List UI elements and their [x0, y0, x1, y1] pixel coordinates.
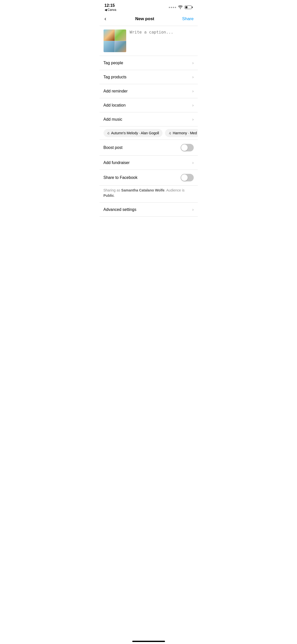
post-thumbnail: [104, 29, 126, 52]
music-chips-container: ♫ Autumn's Melody · Alan Gogoll ♫ Harmon…: [100, 126, 198, 140]
share-button[interactable]: Share: [182, 16, 193, 21]
signal-dot-2: [171, 7, 172, 8]
back-chevron-icon: ‹: [105, 16, 106, 22]
signal-dot-1: [169, 7, 170, 8]
wifi-icon: [178, 6, 183, 9]
signal-dot-3: [173, 7, 174, 8]
sharing-audience: Public: [104, 194, 114, 198]
status-bar-right: [169, 6, 193, 9]
add-fundraiser-chevron-icon: ›: [192, 160, 193, 165]
sharing-info-text: Sharing as Samantha Catalano Wolfe. Audi…: [104, 188, 185, 198]
nav-header: ‹ New post Share: [100, 13, 198, 26]
music-chip-harmony-text: Harmony · Med: [173, 131, 197, 135]
music-chip-harmony[interactable]: ♫ Harmony · Med: [165, 129, 197, 137]
tag-products-label: Tag products: [104, 75, 127, 79]
status-time: 12:15: [105, 3, 115, 8]
tag-people-chevron-icon: ›: [192, 61, 193, 65]
share-facebook-item: Share to Facebook: [100, 170, 198, 186]
add-music-item[interactable]: Add music ›: [100, 112, 198, 126]
signal-dot-4: [175, 7, 176, 8]
caption-input[interactable]: [130, 29, 194, 52]
music-note-icon-1: ♫: [107, 131, 110, 135]
sharing-username: Samantha Catalano Wolfe: [121, 188, 164, 192]
advanced-settings-label: Advanced settings: [104, 207, 137, 212]
signal-icon: [169, 7, 176, 8]
battery-icon: [185, 6, 193, 9]
share-facebook-label: Share to Facebook: [104, 175, 138, 180]
status-bar-left: 12:15 ◀ Canva: [105, 3, 116, 11]
advanced-settings-chevron-icon: ›: [192, 207, 193, 212]
page-title: New post: [135, 16, 154, 21]
boost-post-toggle[interactable]: [181, 144, 194, 151]
add-fundraiser-item[interactable]: Add fundraiser ›: [100, 156, 198, 170]
thumbnail-cell-3: [104, 41, 115, 52]
music-note-icon-2: ♫: [169, 131, 171, 135]
thumbnail-cell-4: [115, 41, 126, 52]
tag-products-chevron-icon: ›: [192, 75, 193, 79]
advanced-settings-item[interactable]: Advanced settings ›: [100, 203, 198, 217]
share-facebook-toggle[interactable]: [181, 174, 194, 181]
tag-people-item[interactable]: Tag people ›: [100, 56, 198, 70]
status-bar: 12:15 ◀ Canva: [100, 0, 198, 13]
tag-products-item[interactable]: Tag products ›: [100, 70, 198, 84]
boost-post-toggle-knob: [181, 144, 188, 151]
boost-post-label: Boost post: [104, 145, 123, 150]
thumbnail-cell-2: [115, 29, 126, 41]
music-chip-autumn[interactable]: ♫ Autumn's Melody · Alan Gogoll: [104, 129, 163, 137]
caption-section: [100, 26, 198, 56]
share-facebook-toggle-knob: [181, 174, 188, 181]
status-canva-back[interactable]: ◀ Canva: [105, 8, 116, 12]
add-reminder-label: Add reminder: [104, 89, 128, 93]
add-reminder-chevron-icon: ›: [192, 89, 193, 93]
add-music-chevron-icon: ›: [192, 117, 193, 122]
canva-back-label: ◀ Canva: [105, 8, 116, 12]
add-location-item[interactable]: Add location ›: [100, 98, 198, 112]
add-reminder-item[interactable]: Add reminder ›: [100, 84, 198, 98]
add-fundraiser-label: Add fundraiser: [104, 160, 130, 165]
thumbnail-cell-1: [104, 29, 115, 41]
sharing-info-section: Sharing as Samantha Catalano Wolfe. Audi…: [100, 186, 198, 203]
music-chip-autumn-text: Autumn's Melody · Alan Gogoll: [111, 131, 159, 135]
back-button[interactable]: ‹: [104, 15, 107, 23]
boost-post-item: Boost post: [100, 140, 198, 156]
add-location-chevron-icon: ›: [192, 103, 193, 108]
list-items-container: Tag people › Tag products › Add reminder…: [100, 56, 198, 126]
add-location-label: Add location: [104, 103, 126, 108]
add-music-label: Add music: [104, 117, 122, 122]
tag-people-label: Tag people: [104, 61, 123, 65]
